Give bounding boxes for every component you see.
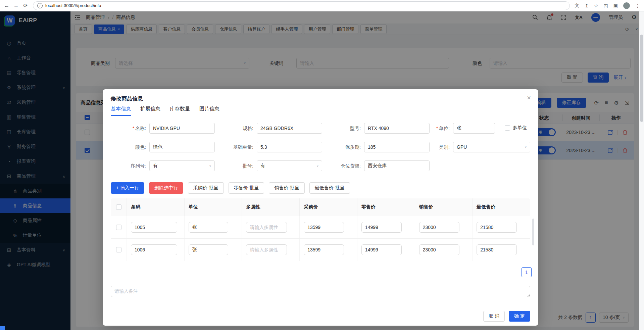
shelf-field[interactable]	[364, 160, 430, 171]
min-price-batch-button[interactable]: 最低售价-批量	[309, 182, 350, 194]
edit-product-modal: 修改商品信息 × 基本信息 扩展信息 库存数量 图片信息 *名称: 规格: 型号…	[103, 89, 538, 326]
multi-unit-checkbox[interactable]	[505, 125, 510, 131]
modal-table-toolbar: + 插入一行 删除选中行 采购价-批量 零售价-批量 销售价-批量 最低售价-批…	[111, 182, 350, 194]
side-panel-icon[interactable]: ▣	[613, 3, 618, 8]
table-scrollbar[interactable]	[532, 219, 534, 245]
table-row	[111, 216, 530, 239]
purchase-price-field[interactable]	[304, 244, 344, 255]
modal-tabs: 基本信息 扩展信息 库存数量 图片信息	[103, 104, 538, 116]
browser-reload-icon[interactable]: ⟳	[21, 2, 30, 9]
modal-footer: 取 消 确 定	[483, 311, 530, 322]
required-star: *	[133, 126, 134, 131]
remark-textarea[interactable]	[111, 286, 530, 297]
model-label: 型号:	[326, 123, 361, 134]
barcode-field[interactable]	[131, 244, 177, 255]
modal-pagination: 1	[522, 267, 532, 277]
page-number-button[interactable]: 1	[522, 267, 532, 277]
min-price-field[interactable]	[477, 244, 517, 255]
sale-price-field[interactable]	[419, 244, 459, 255]
delete-selected-button[interactable]: 删除选中行	[149, 182, 183, 194]
tab-stock-qty[interactable]: 库存数量	[170, 104, 190, 116]
min-price-column-header: 最低售价	[473, 198, 530, 216]
app-root: W EAIRP ◷ 首页 ⌂ 工作台 ▤ 零售管理 ⚙ 系统管理 ∨ ⇄	[0, 11, 644, 330]
multi-attr-field[interactable]	[246, 222, 287, 233]
purchase-price-batch-button[interactable]: 采购价-批量	[188, 182, 224, 194]
row-checkbox[interactable]	[116, 225, 121, 230]
serial-label: 序列号:	[111, 160, 146, 171]
name-label: *名称:	[111, 123, 146, 134]
weight-label: 基础重量:	[218, 142, 253, 152]
extensions-icon[interactable]: ◳	[604, 3, 608, 8]
purchase-price-field[interactable]	[304, 222, 344, 233]
browser-forward-icon[interactable]: →	[11, 3, 21, 9]
attr-column-header: 多属性	[242, 198, 300, 216]
tab-basic-info[interactable]: 基本信息	[111, 104, 131, 116]
retail-price-field[interactable]	[361, 244, 402, 255]
modal-close-icon[interactable]: ×	[527, 94, 531, 102]
barcode-field[interactable]	[131, 222, 177, 233]
category-label: 类别:	[414, 142, 450, 152]
purchase-column-header: 采购价	[300, 198, 357, 216]
color-label: 颜色:	[111, 142, 146, 152]
browser-profile-avatar[interactable]	[623, 2, 630, 9]
retail-price-batch-button[interactable]: 零售价-批量	[229, 182, 264, 194]
serial-select-input[interactable]	[149, 160, 215, 171]
batch-select[interactable]: ∨	[257, 160, 322, 171]
modal-title: 修改商品信息	[111, 95, 143, 102]
sale-price-batch-button[interactable]: 销售价-批量	[269, 182, 305, 194]
select-all-checkbox[interactable]	[116, 204, 121, 210]
share-icon[interactable]: ↥	[585, 3, 589, 8]
unit-column-header: 单位	[185, 198, 242, 216]
unit-field[interactable]	[453, 123, 495, 134]
address-bar[interactable]: i localhost:3000/#/product/info	[33, 1, 570, 10]
retail-price-field[interactable]	[361, 222, 402, 233]
unit-price-table-header: 条码 单位 多属性 采购价 零售价 销售价 最低售价	[111, 198, 530, 216]
row-checkbox[interactable]	[116, 247, 121, 252]
confirm-button[interactable]: 确 定	[509, 311, 530, 322]
category-select-input[interactable]	[453, 142, 530, 152]
spec-field[interactable]	[257, 123, 322, 134]
expiry-label: 保质期:	[326, 142, 361, 152]
translate-icon[interactable]: 文	[575, 3, 579, 9]
multi-unit-label: 多单位	[513, 125, 527, 131]
remark-area	[111, 286, 530, 298]
unit-label: *单位:	[414, 123, 450, 134]
barcode-column-header: 条码	[127, 198, 185, 216]
browser-menu-icon[interactable]: ⋮	[635, 3, 640, 8]
bookmark-star-icon[interactable]: ☆	[594, 3, 598, 8]
unit-field[interactable]	[189, 244, 228, 255]
unit-price-table: 条码 单位 多属性 采购价 零售价 销售价 最低售价	[111, 198, 530, 261]
sale-column-header: 销售价	[415, 198, 473, 216]
multi-attr-field[interactable]	[246, 244, 287, 255]
category-select[interactable]: ∨	[453, 142, 530, 152]
browser-back-icon[interactable]: ←	[2, 3, 11, 9]
table-row	[111, 239, 530, 261]
unit-field[interactable]	[189, 222, 228, 233]
required-star: *	[436, 126, 438, 131]
tab-image-info[interactable]: 图片信息	[199, 104, 219, 116]
serial-select[interactable]: ∨	[149, 160, 215, 171]
browser-chrome: ← → ⟳ i localhost:3000/#/product/info 文 …	[0, 0, 644, 11]
page-scrollbar[interactable]	[639, 11, 644, 330]
corner-widget	[0, 326, 5, 330]
multi-unit-checkbox-group[interactable]: 多单位	[505, 125, 527, 131]
insert-row-button[interactable]: + 插入一行	[111, 182, 144, 194]
site-info-icon[interactable]: i	[37, 3, 43, 8]
batch-select-input[interactable]	[257, 160, 322, 171]
scrollbar-thumb[interactable]	[640, 35, 643, 122]
min-price-field[interactable]	[477, 222, 517, 233]
tab-extend-info[interactable]: 扩展信息	[140, 104, 160, 116]
shelf-label: 仓位货架:	[326, 160, 361, 171]
url-text[interactable]: localhost:3000/#/product/info	[45, 3, 101, 8]
sale-price-field[interactable]	[419, 222, 459, 233]
batch-label: 批号:	[218, 160, 253, 171]
color-field[interactable]	[149, 142, 215, 152]
retail-column-header: 零售价	[357, 198, 415, 216]
cancel-button[interactable]: 取 消	[483, 311, 505, 322]
name-field[interactable]	[149, 123, 215, 134]
weight-field[interactable]	[257, 142, 322, 152]
spec-label: 规格:	[218, 123, 253, 134]
